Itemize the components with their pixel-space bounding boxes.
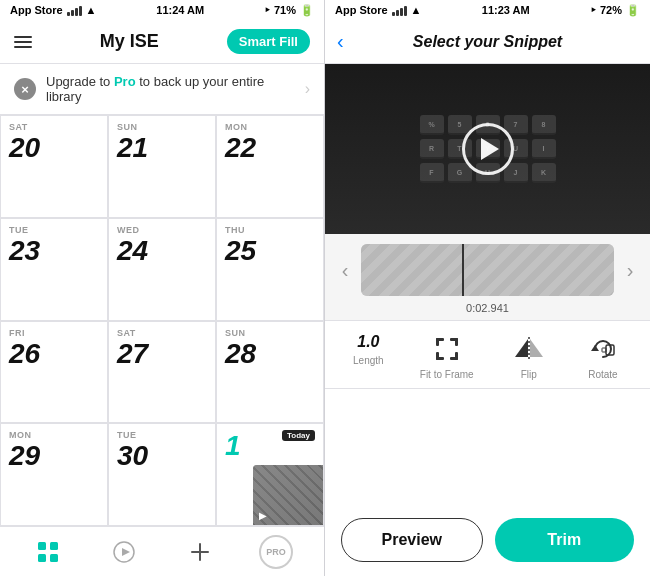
cal-cell-mon-22[interactable]: MON 22	[216, 115, 324, 218]
timeline-next-button[interactable]: ›	[620, 259, 640, 282]
media-thumb-play-icon: ▶	[259, 510, 267, 521]
tool-length-value: 1.0	[357, 333, 379, 351]
right-signal-icon	[392, 4, 407, 16]
right-status-left: App Store ▲	[335, 4, 421, 16]
video-preview[interactable]: %56 78 RTY UI FGH JK	[325, 64, 650, 234]
cal-cell-mon-29[interactable]: MON 29	[0, 423, 108, 526]
cal-cell-tue-30[interactable]: TUE 30	[108, 423, 216, 526]
svg-marker-5	[122, 548, 130, 556]
right-wifi-icon: ▲	[411, 4, 422, 16]
play-triangle-icon	[481, 138, 499, 160]
cal-cell-thu-25[interactable]: THU 25	[216, 218, 324, 321]
tool-rotate-label: Rotate	[588, 369, 617, 380]
svg-rect-1	[50, 542, 58, 550]
svg-rect-9	[436, 338, 439, 346]
right-time-label: 11:23 AM	[482, 4, 530, 16]
svg-rect-2	[38, 554, 46, 562]
cal-cell-sun-28[interactable]: SUN 28	[216, 321, 324, 424]
play-button[interactable]	[462, 123, 514, 175]
cal-day-wed-24: WED	[117, 225, 207, 235]
tool-rotate[interactable]: Rotate	[584, 333, 622, 380]
cal-cell-today-1[interactable]: Today 1 ▶	[216, 423, 324, 526]
svg-rect-11	[455, 338, 458, 346]
promo-close-button[interactable]: ×	[14, 78, 36, 100]
cal-day-thu-25: THU	[225, 225, 315, 235]
svg-rect-0	[38, 542, 46, 550]
cal-day-sun-28: SUN	[225, 328, 315, 338]
timeline-prev-button[interactable]: ‹	[335, 259, 355, 282]
left-status-right: ‣ 71% 🔋	[264, 4, 314, 17]
right-location-icon: ‣	[590, 4, 596, 17]
cal-num-20: 20	[9, 134, 99, 162]
cal-cell-tue-23[interactable]: TUE 23	[0, 218, 108, 321]
cal-num-24: 24	[117, 237, 207, 265]
tool-length[interactable]: 1.0 Length	[353, 333, 384, 380]
timeline-timestamp: 0:02.941	[466, 302, 509, 314]
preview-button[interactable]: Preview	[341, 518, 483, 562]
cal-day-mon-29: MON	[9, 430, 99, 440]
cal-cell-sun-21[interactable]: SUN 21	[108, 115, 216, 218]
media-thumbnail: ▶	[253, 465, 323, 525]
timeline-thumb	[361, 244, 614, 296]
calendar-grid: SAT 20 SUN 21 MON 22 TUE 23 WED 24 THU 2…	[0, 115, 324, 526]
cal-day-tue-23: TUE	[9, 225, 99, 235]
timeline-strip[interactable]	[361, 244, 614, 296]
tab-play-button[interactable]	[106, 534, 142, 570]
svg-rect-13	[436, 352, 439, 360]
svg-rect-15	[455, 352, 458, 360]
right-carrier-label: App Store	[335, 4, 388, 16]
menu-button[interactable]	[14, 36, 32, 48]
cal-day-sat-27: SAT	[117, 328, 207, 338]
left-status-left: App Store ▲	[10, 4, 96, 16]
rotate-icon	[584, 333, 622, 365]
tool-fit-to-frame[interactable]: Fit to Frame	[420, 333, 474, 380]
tool-flip[interactable]: Flip	[510, 333, 548, 380]
right-panel: App Store ▲ 11:23 AM ‣ 72% 🔋 ‹ Select yo…	[325, 0, 650, 576]
promo-bar: × Upgrade to Pro to back up your entire …	[0, 64, 324, 115]
cal-cell-sat-27[interactable]: SAT 27	[108, 321, 216, 424]
cal-num-22: 22	[225, 134, 315, 162]
tab-pro-button[interactable]: PRO	[258, 534, 294, 570]
tab-grid-button[interactable]	[30, 534, 66, 570]
left-header: My ISE Smart Fill	[0, 20, 324, 64]
carrier-label: App Store	[10, 4, 63, 16]
timeline-playhead	[462, 244, 464, 296]
signal-icon	[67, 4, 82, 16]
svg-rect-3	[50, 554, 58, 562]
svg-marker-16	[515, 339, 528, 357]
fit-to-frame-icon	[428, 333, 466, 365]
tool-flip-label: Flip	[521, 369, 537, 380]
tab-add-button[interactable]	[182, 534, 218, 570]
right-status-right: ‣ 72% 🔋	[590, 4, 640, 17]
back-button[interactable]: ‹	[337, 30, 344, 53]
cal-num-28: 28	[225, 340, 315, 368]
battery-label: 71%	[274, 4, 296, 16]
tab-bar: PRO	[0, 526, 324, 576]
timeline-row: ‹ ›	[325, 244, 650, 296]
left-status-bar: App Store ▲ 11:24 AM ‣ 71% 🔋	[0, 0, 324, 20]
cal-cell-sat-20[interactable]: SAT 20	[0, 115, 108, 218]
cal-cell-fri-26[interactable]: FRI 26	[0, 321, 108, 424]
right-page-title: Select your Snippet	[413, 33, 562, 51]
cal-num-27: 27	[117, 340, 207, 368]
cal-day-fri-26: FRI	[9, 328, 99, 338]
flip-icon	[510, 333, 548, 365]
tool-fit-label: Fit to Frame	[420, 369, 474, 380]
cal-day-mon-22: MON	[225, 122, 315, 132]
trim-button[interactable]: Trim	[495, 518, 635, 562]
location-icon: ‣	[264, 4, 270, 17]
cal-num-25: 25	[225, 237, 315, 265]
promo-prefix: Upgrade to	[46, 74, 114, 89]
svg-marker-19	[591, 345, 599, 351]
pro-label: Pro	[114, 74, 136, 89]
cal-num-29: 29	[9, 442, 99, 470]
svg-marker-17	[530, 339, 543, 357]
smart-fill-button[interactable]: Smart Fill	[227, 29, 310, 54]
cal-num-26: 26	[9, 340, 99, 368]
left-panel: App Store ▲ 11:24 AM ‣ 71% 🔋 My ISE Smar…	[0, 0, 325, 576]
right-status-bar: App Store ▲ 11:23 AM ‣ 72% 🔋	[325, 0, 650, 20]
cal-cell-wed-24[interactable]: WED 24	[108, 218, 216, 321]
time-label: 11:24 AM	[156, 4, 204, 16]
action-row: Preview Trim	[325, 504, 650, 576]
cal-num-30: 30	[117, 442, 207, 470]
